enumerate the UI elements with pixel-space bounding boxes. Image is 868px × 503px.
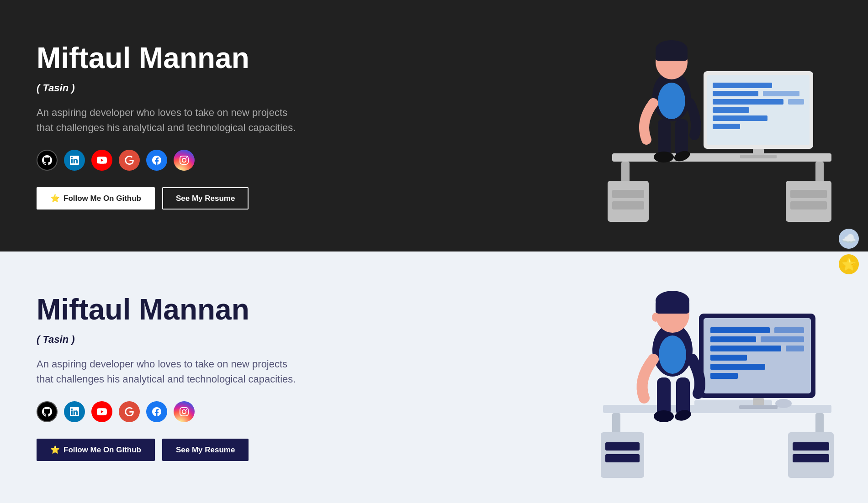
svg-rect-28 xyxy=(675,119,688,156)
svg-rect-35 xyxy=(605,442,640,451)
light-youtube-icon[interactable] xyxy=(91,401,112,422)
svg-rect-17 xyxy=(745,83,767,88)
svg-rect-53 xyxy=(786,346,804,351)
light-description: An aspiring developer who loves to take … xyxy=(37,356,302,387)
svg-rect-38 xyxy=(793,442,829,451)
dark-illustration xyxy=(457,0,868,252)
light-github-button[interactable]: ⭐ Follow Me On Github xyxy=(37,439,155,461)
svg-point-59 xyxy=(654,410,674,422)
svg-rect-45 xyxy=(710,327,770,333)
svg-rect-56 xyxy=(739,405,778,409)
light-nickname: ( Tasin ) xyxy=(37,334,302,346)
svg-rect-14 xyxy=(713,107,749,113)
dark-theme-section: Miftaul Mannan ( Tasin ) An aspiring dev… xyxy=(0,0,868,252)
instagram-icon[interactable] xyxy=(174,150,195,171)
star-icon: ⭐ xyxy=(50,194,60,203)
svg-rect-18 xyxy=(763,91,799,96)
dark-social-icons xyxy=(37,150,302,171)
light-social-icons xyxy=(37,401,302,422)
svg-rect-49 xyxy=(710,364,765,370)
svg-rect-65 xyxy=(656,301,689,314)
light-linkedin-icon[interactable] xyxy=(64,401,85,422)
svg-point-66 xyxy=(652,313,659,322)
dark-github-button[interactable]: ⭐ Follow Me On Github xyxy=(37,187,155,210)
svg-rect-16 xyxy=(713,124,740,129)
svg-rect-8 xyxy=(790,201,827,210)
theme-toggle-container: ☁️ 🌟 xyxy=(839,229,859,274)
light-github-icon[interactable] xyxy=(37,401,58,422)
svg-rect-47 xyxy=(710,346,781,351)
svg-point-62 xyxy=(659,335,686,374)
svg-rect-4 xyxy=(612,190,644,198)
light-theme-toggle[interactable]: 🌟 xyxy=(839,254,859,274)
linkedin-icon[interactable] xyxy=(64,150,85,171)
dark-description: An aspiring developer who loves to take … xyxy=(37,105,302,135)
svg-rect-12 xyxy=(713,91,758,96)
svg-rect-48 xyxy=(710,355,747,361)
svg-rect-13 xyxy=(713,99,783,105)
svg-rect-0 xyxy=(612,153,831,162)
svg-rect-50 xyxy=(710,373,738,379)
light-instagram-icon[interactable] xyxy=(174,401,195,422)
light-resume-button[interactable]: See My Resume xyxy=(162,439,249,461)
google-icon[interactable] xyxy=(119,150,140,171)
github-icon[interactable] xyxy=(37,150,58,171)
facebook-icon[interactable] xyxy=(146,150,167,171)
svg-point-23 xyxy=(658,83,685,119)
dark-buttons-row: ⭐ Follow Me On Github See My Resume xyxy=(37,187,302,210)
dark-resume-button[interactable]: See My Resume xyxy=(162,187,249,210)
light-google-icon[interactable] xyxy=(119,401,140,422)
light-main-title: Miftaul Mannan xyxy=(37,293,302,325)
light-facebook-icon[interactable] xyxy=(146,401,167,422)
svg-rect-26 xyxy=(656,49,688,61)
svg-rect-39 xyxy=(793,454,829,462)
light-star-icon: ⭐ xyxy=(50,445,60,455)
svg-rect-36 xyxy=(605,454,640,462)
svg-rect-15 xyxy=(713,115,767,121)
svg-rect-20 xyxy=(753,149,764,155)
light-github-label: Follow Me On Github xyxy=(64,445,141,455)
svg-rect-31 xyxy=(603,405,831,413)
dark-theme-toggle[interactable]: ☁️ xyxy=(839,229,859,249)
svg-rect-7 xyxy=(790,190,827,198)
dark-nickname: ( Tasin ) xyxy=(37,82,302,94)
light-theme-section: Miftaul Mannan ( Tasin ) An aspiring dev… xyxy=(0,252,868,503)
light-content-left: Miftaul Mannan ( Tasin ) An aspiring dev… xyxy=(0,293,302,461)
svg-rect-21 xyxy=(740,155,777,158)
dark-content-left: Miftaul Mannan ( Tasin ) An aspiring dev… xyxy=(0,42,302,210)
svg-rect-55 xyxy=(753,398,764,405)
dark-main-title: Miftaul Mannan xyxy=(37,42,302,74)
svg-rect-19 xyxy=(788,99,804,105)
youtube-icon[interactable] xyxy=(91,150,112,171)
svg-rect-52 xyxy=(761,336,804,342)
svg-rect-46 xyxy=(710,336,756,342)
svg-rect-27 xyxy=(658,119,671,156)
svg-rect-5 xyxy=(612,201,644,210)
svg-point-29 xyxy=(654,152,674,162)
svg-rect-51 xyxy=(774,327,804,333)
dark-github-label: Follow Me On Github xyxy=(64,194,141,203)
light-buttons-row: ⭐ Follow Me On Github See My Resume xyxy=(37,439,302,461)
svg-point-41 xyxy=(775,399,792,408)
light-illustration xyxy=(457,252,868,503)
